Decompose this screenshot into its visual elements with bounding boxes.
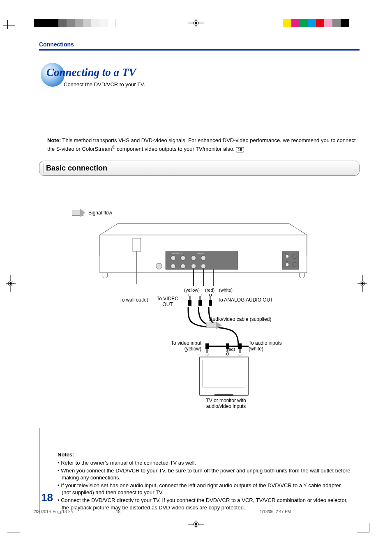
av-cable-label: Audio/video cable (supplied) — [203, 316, 277, 322]
registered-mark: ® — [112, 145, 115, 150]
dvd-vcr-rear-panel: DVD OUTPUT DVD/VCR IN OUT — [72, 220, 335, 286]
svg-rect-40 — [188, 300, 191, 306]
note-item: If your television set has one audio inp… — [58, 482, 351, 496]
svg-rect-53 — [205, 343, 209, 349]
tv-caption: TV or monitor with audio/video inputs — [199, 398, 253, 409]
svg-point-20 — [171, 256, 175, 260]
crop-corner — [7, 20, 20, 29]
note-item: Refer to the owner's manual of the conne… — [58, 459, 351, 467]
page-subtitle: Connect the DVD/VCR to your TV. — [64, 81, 360, 88]
plug-color-red: (red) — [205, 288, 214, 292]
to-audio-inputs-label: To audio inputs (white) — [249, 340, 290, 352]
page-title: Connecting to a TV — [39, 66, 360, 79]
crop-corner — [357, 523, 369, 532]
svg-point-25 — [181, 264, 185, 268]
connection-diagram: Signal flow — [39, 209, 360, 439]
page-reference: 19 — [236, 147, 244, 152]
svg-point-29 — [286, 255, 289, 258]
to-analog-audio-out-label: To ANALOG AUDIO OUT — [218, 297, 284, 303]
svg-rect-43 — [198, 300, 202, 306]
svg-text:DVD/VCR: DVD/VCR — [197, 252, 204, 254]
svg-text:DVD OUTPUT: DVD OUTPUT — [172, 252, 183, 254]
svg-point-26 — [191, 264, 196, 268]
registration-mark-left — [6, 275, 16, 293]
crop-corner — [357, 20, 369, 29]
svg-text:OUT: OUT — [285, 261, 288, 263]
notes-heading: Notes: — [58, 451, 351, 458]
plug-red-bottom: (red) — [226, 347, 235, 352]
to-video-input-label: To video input (yellow) — [162, 340, 201, 352]
rca-plugs-top — [186, 294, 223, 309]
basic-connection-heading: Basic connection — [39, 161, 360, 176]
title-area: Connecting to a TV Connect the DVD/VCR t… — [39, 66, 360, 88]
color-bar-cmyk — [275, 19, 349, 27]
svg-point-31 — [286, 263, 289, 266]
svg-point-24 — [171, 264, 175, 268]
svg-rect-46 — [209, 300, 212, 306]
svg-rect-16 — [133, 238, 141, 251]
tv-monitor — [199, 357, 249, 396]
note-item: When you connect the DVD/VCR to your TV,… — [58, 467, 351, 481]
svg-point-23 — [201, 256, 205, 260]
svg-point-28 — [156, 263, 162, 269]
svg-point-21 — [181, 256, 185, 260]
svg-point-27 — [201, 264, 205, 268]
crop-marks-top — [0, 0, 392, 33]
to-video-out-label: To VIDEO OUT — [153, 296, 182, 307]
svg-point-22 — [191, 256, 196, 260]
note-label: Note: — [47, 137, 61, 143]
crop-corner — [7, 523, 20, 532]
svg-rect-49 — [206, 323, 216, 328]
crop-marks-bottom — [0, 497, 392, 555]
note-block: Note: This method transports VHS and DVD… — [39, 137, 360, 153]
plug-color-yellow: (yellow) — [184, 288, 200, 292]
registration-mark-top — [188, 19, 204, 28]
svg-rect-52 — [206, 349, 208, 353]
color-bar-grayscale — [34, 19, 124, 27]
to-wall-outlet-label: To wall outlet — [111, 297, 148, 303]
signal-flow-legend: Signal flow — [72, 209, 112, 217]
svg-rect-58 — [239, 349, 241, 353]
page-content: Connections Connecting to a TV Connect t… — [39, 33, 360, 511]
signal-flow-label: Signal flow — [88, 210, 112, 216]
plug-color-white: (white) — [219, 288, 233, 292]
svg-rect-59 — [238, 343, 242, 349]
note-text-2: component video outputs to your TV/monit… — [115, 146, 236, 152]
registration-mark-bottom — [188, 520, 204, 530]
basic-heading-text: Basic connection — [46, 164, 107, 172]
section-header: Connections — [39, 41, 360, 51]
